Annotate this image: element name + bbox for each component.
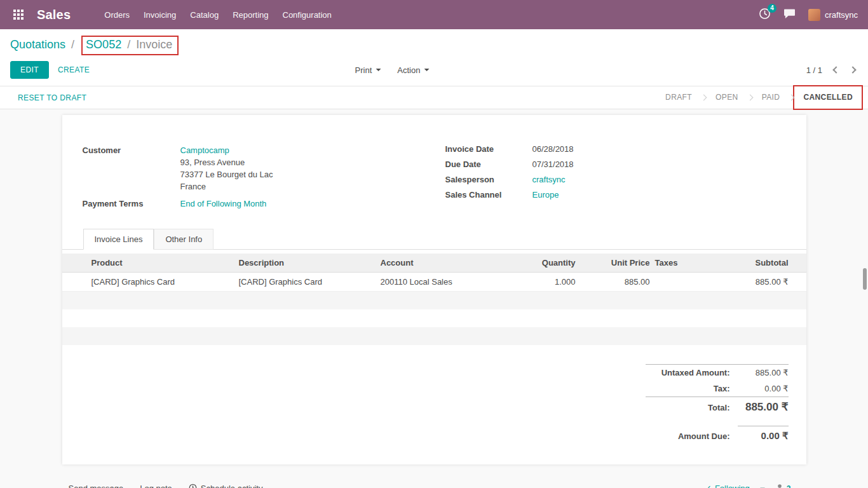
action-dropdowns: Print Action	[355, 65, 430, 75]
col-subtotal[interactable]: Subtotal	[710, 254, 806, 273]
cell-taxes	[653, 273, 710, 292]
chat-icon	[783, 8, 796, 22]
breadcrumb-separator: /	[71, 38, 74, 51]
total-value: 885.00 ₹	[738, 400, 789, 414]
main-content: Customer Camptocamp 93, Press Avenue 733…	[0, 115, 868, 488]
print-dropdown[interactable]: Print	[355, 65, 381, 75]
col-product[interactable]: Product	[62, 254, 236, 273]
cell-description: [CARD] Graphics Card	[236, 273, 378, 292]
chevron-left-icon[interactable]	[832, 66, 839, 73]
address-line: France	[180, 180, 273, 193]
following-button[interactable]: ✓ Following	[705, 484, 750, 488]
status-cancelled[interactable]: CANCELLED	[794, 93, 862, 102]
status-paid[interactable]: PAID	[753, 86, 789, 109]
apps-menu-button[interactable]	[10, 6, 27, 23]
caret-down-icon	[376, 69, 381, 71]
followers-button[interactable]: 2	[775, 484, 791, 488]
nav-item-configuration[interactable]: Configuration	[276, 6, 339, 24]
status-open[interactable]: OPEN	[707, 86, 747, 109]
log-note-label: Log note	[140, 484, 172, 488]
check-icon: ✓	[705, 484, 712, 488]
cell-unit-price: 885.00	[578, 273, 653, 292]
col-account[interactable]: Account	[378, 254, 518, 273]
following-label: Following	[715, 484, 750, 488]
reset-to-draft-button[interactable]: RESET TO DRAFT	[18, 93, 86, 102]
caret-down-icon	[424, 69, 429, 71]
breadcrumb: Quotations / SO052 / Invoice	[10, 36, 858, 55]
user-menu[interactable]: craftsync	[808, 9, 858, 21]
schedule-activity-label: Schedule activity	[201, 484, 263, 488]
messages-button[interactable]	[783, 8, 796, 22]
nav-item-reporting[interactable]: Reporting	[226, 6, 275, 24]
empty-row	[62, 309, 806, 327]
send-message-button[interactable]: Send message	[69, 484, 124, 488]
cell-product: [CARD] Graphics Card	[62, 273, 236, 292]
scrollbar-thumb[interactable]	[863, 268, 867, 290]
col-unit-price[interactable]: Unit Price	[578, 254, 653, 273]
invoice-date-value: 06/28/2018	[532, 144, 574, 154]
nav-item-catalog[interactable]: Catalog	[183, 6, 226, 24]
edit-button[interactable]: EDIT	[10, 61, 49, 79]
activities-button[interactable]: 4	[759, 8, 771, 22]
address-line: 73377 Le Bourget du Lac	[180, 168, 273, 180]
send-message-label: Send message	[69, 484, 124, 488]
col-quantity[interactable]: Quantity	[518, 254, 578, 273]
salesperson-label: Salesperson	[445, 175, 532, 185]
schedule-activity-button[interactable]: Schedule activity	[189, 484, 263, 488]
followers-count: 2	[787, 484, 791, 488]
top-navbar: Sales Orders Invoicing Catalog Reporting…	[0, 0, 868, 29]
status-draft[interactable]: DRAFT	[656, 86, 701, 109]
chevron-separator-icon	[701, 95, 707, 101]
amount-due-label: Amount Due:	[646, 431, 738, 441]
create-button[interactable]: CREATE	[58, 65, 90, 74]
tax-value: 0.00 ₹	[738, 384, 789, 393]
invoice-lines-table: Product Description Account Quantity Uni…	[62, 254, 806, 345]
pager-value: 1 / 1	[806, 65, 822, 75]
annotation-box-status: CANCELLED	[794, 86, 862, 109]
tax-label: Tax:	[646, 384, 738, 393]
untaxed-amount-label: Untaxed Amount:	[646, 368, 738, 377]
nav-item-invoicing[interactable]: Invoicing	[137, 6, 183, 24]
pager: 1 / 1	[806, 65, 858, 75]
log-note-button[interactable]: Log note	[140, 484, 172, 488]
invoice-line-row[interactable]: [CARD] Graphics Card [CARD] Graphics Car…	[62, 273, 806, 292]
user-avatar	[808, 9, 820, 21]
empty-row	[62, 292, 806, 309]
user-name: craftsync	[825, 10, 858, 20]
totals: Untaxed Amount: 885.00 ₹ Tax: 0.00 ₹ Tot…	[646, 364, 789, 417]
amount-due-value: 0.00 ₹	[738, 426, 789, 442]
payment-terms-label: Payment Terms	[83, 198, 180, 210]
customer-label: Customer	[83, 144, 180, 193]
action-dropdown[interactable]: Action	[397, 65, 429, 75]
amount-due: Amount Due: 0.00 ₹	[646, 426, 789, 442]
breadcrumb-record[interactable]: SO052	[86, 38, 121, 51]
nav-item-orders[interactable]: Orders	[97, 6, 137, 24]
table-header-row: Product Description Account Quantity Uni…	[62, 254, 806, 273]
control-panel-buttons: EDIT CREATE Print Action 1 / 1	[10, 60, 858, 79]
payment-terms-link[interactable]: End of Following Month	[180, 199, 267, 208]
col-taxes[interactable]: Taxes	[653, 254, 710, 273]
chevron-right-icon[interactable]	[849, 66, 856, 73]
control-panel: Quotations / SO052 / Invoice EDIT CREATE…	[0, 29, 868, 86]
annotation-box-breadcrumb: SO052 / Invoice	[81, 36, 179, 55]
due-date-label: Due Date	[445, 159, 532, 170]
top-menu: Orders Invoicing Catalog Reporting Confi…	[97, 6, 339, 24]
sales-channel-label: Sales Channel	[445, 190, 532, 200]
salesperson-link[interactable]: craftsync	[532, 175, 566, 184]
breadcrumb-quotations[interactable]: Quotations	[10, 38, 65, 51]
person-icon	[775, 484, 784, 488]
status-pipeline: DRAFT OPEN PAID CANCELLED	[656, 86, 862, 109]
sales-channel-link[interactable]: Europe	[532, 190, 559, 200]
tab-other-info[interactable]: Other Info	[154, 229, 214, 250]
cell-subtotal: 885.00 ₹	[710, 273, 806, 292]
invoice-date-label: Invoice Date	[445, 144, 532, 154]
activity-count-badge: 4	[768, 4, 776, 13]
chatter: Send message Log note Schedule activity …	[62, 484, 806, 488]
untaxed-amount-value: 885.00 ₹	[738, 368, 789, 377]
schedule-clock-icon	[189, 484, 197, 488]
tab-invoice-lines[interactable]: Invoice Lines	[83, 229, 154, 250]
total-label: Total:	[646, 403, 738, 412]
col-description[interactable]: Description	[236, 254, 378, 273]
customer-link[interactable]: Camptocamp	[180, 146, 229, 155]
app-title[interactable]: Sales	[37, 8, 71, 22]
